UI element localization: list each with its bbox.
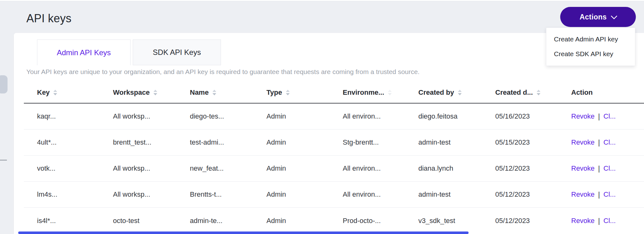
cell-key: lm4s... bbox=[24, 190, 113, 199]
page-title: API keys bbox=[26, 12, 72, 25]
table-row: 4ult*...brentt_test...test-admi...AdminS… bbox=[24, 130, 644, 156]
cell-action: Revoke|Cl... bbox=[571, 138, 644, 147]
cell-action: Revoke|Cl... bbox=[571, 190, 644, 199]
table-row: lm4s...All worksp...Brentts-t...AdminAll… bbox=[24, 182, 644, 208]
cell-name: test-admi... bbox=[190, 138, 266, 146]
vertical-scrollbar-thumb[interactable] bbox=[0, 75, 8, 93]
cell-key: kaqr... bbox=[24, 112, 113, 120]
column-header-name[interactable]: Name bbox=[190, 88, 266, 97]
horizontal-scrollbar-thumb[interactable] bbox=[18, 231, 469, 234]
cell-created-by: diego.feitosa bbox=[418, 112, 495, 120]
sort-icon bbox=[212, 90, 216, 95]
sort-icon bbox=[153, 90, 157, 95]
cell-name: admin-te... bbox=[190, 217, 266, 225]
cell-action: Revoke|Cl... bbox=[571, 164, 644, 173]
top-nav-edge bbox=[0, 0, 644, 1]
cell-environment: All environ... bbox=[343, 164, 418, 173]
column-header-action: Action bbox=[571, 88, 644, 97]
cell-created-by: admin-test bbox=[418, 138, 495, 146]
cell-workspace: All worksp... bbox=[113, 112, 190, 120]
cell-type: Admin bbox=[266, 164, 343, 173]
cell-type: Admin bbox=[266, 138, 343, 146]
column-label: Key bbox=[37, 88, 50, 97]
revoke-link[interactable]: Revoke bbox=[571, 217, 595, 225]
cell-workspace: All worksp... bbox=[113, 190, 190, 199]
clone-link[interactable]: Cl... bbox=[604, 138, 616, 146]
cell-created-by: v3_sdk_test bbox=[418, 217, 495, 225]
revoke-link[interactable]: Revoke bbox=[571, 164, 595, 173]
column-header-type[interactable]: Type bbox=[266, 88, 343, 97]
cell-created-date: 05/16/2023 bbox=[495, 112, 571, 120]
column-header-created-d[interactable]: Created d... bbox=[495, 88, 571, 97]
description-text: Your API keys are unique to your organiz… bbox=[26, 68, 420, 76]
clone-link[interactable]: Cl... bbox=[604, 190, 616, 199]
column-label: Name bbox=[190, 88, 209, 97]
cell-environment: Stg-brentt... bbox=[343, 138, 418, 146]
cell-environment: All environ... bbox=[343, 112, 418, 120]
cell-created-by: diana.lynch bbox=[418, 164, 495, 173]
cell-type: Admin bbox=[266, 217, 343, 225]
clone-link[interactable]: Cl... bbox=[604, 217, 616, 225]
cell-key: votk... bbox=[24, 164, 113, 173]
tab-sdk-api-keys[interactable]: SDK API Keys bbox=[133, 40, 221, 65]
revoke-link[interactable]: Revoke bbox=[571, 190, 595, 199]
column-label: Action bbox=[571, 88, 593, 97]
tab-admin-api-keys[interactable]: Admin API Keys bbox=[37, 40, 131, 65]
cell-created-date: 05/12/2023 bbox=[495, 190, 571, 199]
column-label: Type bbox=[266, 88, 282, 97]
table-row: votk...All worksp...new_feat...AdminAll … bbox=[24, 156, 644, 182]
sort-icon bbox=[286, 90, 290, 95]
table-body: kaqr...All worksp...diego-tes...AdminAll… bbox=[24, 104, 644, 234]
cell-workspace: All worksp... bbox=[113, 164, 190, 173]
menu-item-create-sdk-api-key[interactable]: Create SDK API key bbox=[546, 46, 635, 61]
cell-workspace: brentt_test... bbox=[113, 138, 190, 146]
tabs: Admin API KeysSDK API Keys bbox=[37, 40, 221, 65]
actions-button[interactable]: Actions bbox=[560, 7, 636, 27]
cell-name: diego-tes... bbox=[190, 112, 266, 120]
action-separator: | bbox=[598, 164, 600, 173]
column-header-created-by[interactable]: Created by bbox=[418, 88, 495, 97]
column-header-workspace[interactable]: Workspace bbox=[113, 88, 190, 97]
table-row: kaqr...All worksp...diego-tes...AdminAll… bbox=[24, 104, 644, 130]
action-separator: | bbox=[598, 216, 600, 225]
cell-type: Admin bbox=[266, 112, 343, 120]
actions-button-label: Actions bbox=[580, 13, 607, 21]
revoke-link[interactable]: Revoke bbox=[571, 112, 595, 120]
table-row: is4l*...octo-testadmin-te...AdminProd-oc… bbox=[24, 208, 644, 234]
clone-link[interactable]: Cl... bbox=[604, 112, 616, 120]
action-separator: | bbox=[598, 190, 600, 199]
table-header-row: KeyWorkspaceNameTypeEnvironme...Created … bbox=[24, 82, 644, 104]
cell-created-by: admin-test bbox=[418, 190, 495, 199]
cell-name: new_feat... bbox=[190, 164, 266, 173]
revoke-link[interactable]: Revoke bbox=[571, 138, 595, 146]
chevron-down-icon bbox=[611, 13, 617, 19]
cell-key: is4l*... bbox=[24, 217, 113, 225]
column-header-environme[interactable]: Environme... bbox=[343, 88, 418, 97]
cell-created-date: 05/12/2023 bbox=[495, 164, 571, 173]
cell-created-date: 05/15/2023 bbox=[495, 138, 571, 146]
sort-icon bbox=[458, 90, 462, 95]
cell-key: 4ult*... bbox=[24, 138, 113, 146]
gutter-divider bbox=[0, 160, 7, 161]
column-header-key[interactable]: Key bbox=[24, 88, 113, 97]
column-label: Environme... bbox=[343, 88, 384, 97]
column-label: Workspace bbox=[113, 88, 150, 97]
cell-created-date: 05/12/2023 bbox=[495, 217, 571, 225]
action-separator: | bbox=[598, 112, 600, 121]
api-keys-page: API keys Actions Admin API KeysSDK API K… bbox=[0, 0, 644, 234]
cell-action: Revoke|Cl... bbox=[571, 216, 644, 225]
clone-link[interactable]: Cl... bbox=[604, 164, 616, 173]
sort-icon bbox=[388, 90, 392, 95]
sort-icon bbox=[53, 90, 57, 95]
column-label: Created d... bbox=[495, 88, 533, 97]
action-separator: | bbox=[598, 138, 600, 147]
api-keys-table: KeyWorkspaceNameTypeEnvironme...Created … bbox=[24, 82, 644, 234]
actions-dropdown-menu: Create Admin API keyCreate SDK API key bbox=[546, 28, 635, 66]
column-label: Created by bbox=[418, 88, 454, 97]
cell-environment: Prod-octo-... bbox=[343, 217, 418, 225]
cell-name: Brentts-t... bbox=[190, 190, 266, 199]
sort-icon bbox=[537, 90, 540, 95]
cell-type: Admin bbox=[266, 190, 343, 199]
menu-item-create-admin-api-key[interactable]: Create Admin API key bbox=[546, 32, 635, 46]
cell-workspace: octo-test bbox=[113, 217, 190, 225]
